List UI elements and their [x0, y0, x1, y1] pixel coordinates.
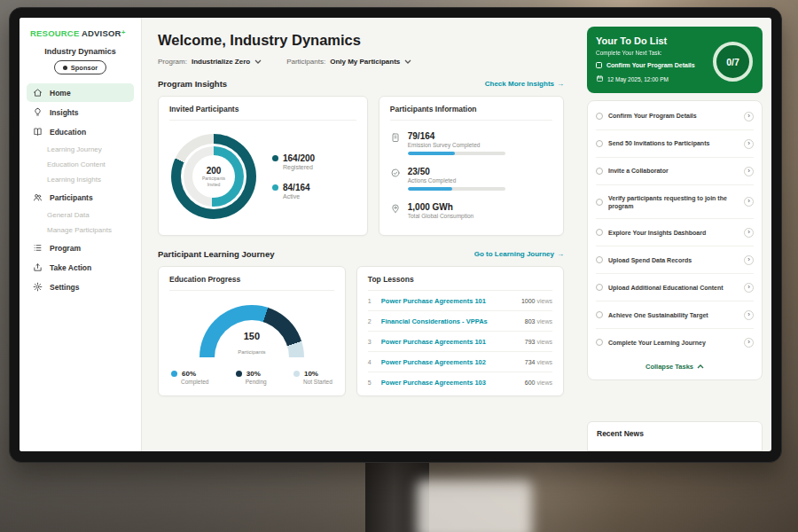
radio-icon[interactable]: [596, 168, 603, 175]
task-row-upload-educational-content[interactable]: Upload Additional Educational Content ›: [596, 274, 754, 301]
sidebar-item-label: Program: [50, 244, 81, 253]
sidebar-subitem-label: Manage Participants: [47, 226, 112, 234]
chevron-up-icon: [697, 363, 704, 371]
lesson-row[interactable]: 3 Power Purchase Agreements 101 793views: [368, 332, 552, 352]
education-legend: 60% Completed 30% Pending 10% Not Starte…: [169, 370, 334, 385]
insights-icon: [33, 107, 43, 117]
settings-gear-icon: [33, 282, 43, 292]
chevron-right-icon[interactable]: ›: [744, 167, 754, 176]
radio-icon[interactable]: [596, 229, 603, 236]
calendar-icon: [596, 74, 604, 83]
radio-icon[interactable]: [596, 339, 603, 346]
section-title: Program Insights: [158, 79, 227, 89]
task-row-send-invitations[interactable]: Send 50 Invitations to Participants ›: [596, 130, 754, 158]
radio-icon[interactable]: [596, 140, 603, 147]
collapse-tasks-link[interactable]: Collapse Tasks: [596, 356, 754, 376]
chevron-right-icon[interactable]: ›: [744, 228, 754, 238]
lesson-name-link[interactable]: Power Purchase Agreements 101: [381, 338, 517, 346]
task-row-verify-participants[interactable]: Verify participants requesting to join t…: [596, 185, 754, 219]
progress-bar: [408, 152, 505, 155]
legend-value: 30%: [246, 370, 261, 378]
sidebar-item-home[interactable]: Home: [27, 83, 134, 102]
sidebar-item-education-content[interactable]: Education Content: [20, 157, 141, 172]
todo-tasks-card: Confirm Your Program Details › Send 50 I…: [587, 100, 763, 380]
lesson-row[interactable]: 1 Power Purchase Agreements 101 1000view…: [368, 291, 552, 311]
lesson-name-link[interactable]: Power Purchase Agreements 102: [381, 358, 517, 366]
progress-bar-fill: [408, 187, 453, 191]
sidebar-item-label: Participants: [50, 193, 93, 202]
screen: RESOURCE ADVISOR+ Industry Dynamics Spon…: [20, 18, 771, 451]
todo-panel: Your To Do List Complete Your Next Task:…: [578, 18, 771, 451]
task-row-upload-spend-data[interactable]: Upload Spend Data Records ›: [596, 246, 754, 274]
lesson-name-link[interactable]: Power Purchase Agreements 101: [381, 297, 513, 305]
todo-header-card: Your To Do List Complete Your Next Task:…: [587, 27, 763, 93]
radio-icon[interactable]: [596, 284, 603, 291]
gauge-center-label: Participants: [238, 349, 265, 355]
card-title: Education Progress: [169, 275, 334, 291]
chevron-right-icon[interactable]: ›: [744, 112, 754, 121]
legend-dot: [171, 371, 177, 377]
sidebar-item-general-data[interactable]: General Data: [20, 207, 141, 223]
sponsor-badge[interactable]: Sponsor: [54, 60, 106, 74]
donut-center-label: Participants Invited: [198, 176, 230, 187]
task-label: Complete Your Learning Journey: [608, 339, 739, 347]
sidebar-item-manage-participants[interactable]: Manage Participants: [20, 223, 141, 238]
task-row-invite-collaborator[interactable]: Invite a Collaborator ›: [596, 158, 754, 185]
lesson-row[interactable]: 4 Power Purchase Agreements 102 734views: [368, 352, 552, 372]
lesson-views-count: 793: [525, 339, 536, 345]
program-filter-value: Industrialize Zero: [192, 58, 250, 66]
sidebar-item-program[interactable]: Program: [27, 239, 134, 257]
lesson-name-link[interactable]: Financial Considerations - VPPAs: [381, 317, 517, 325]
check-more-insights-link[interactable]: Check More Insights →: [485, 80, 564, 88]
lesson-views-label: views: [536, 298, 552, 304]
checkbox-icon[interactable]: [596, 62, 602, 68]
sidebar-item-take-action[interactable]: Take Action: [27, 258, 134, 277]
chevron-right-icon[interactable]: ›: [744, 197, 754, 207]
legend-item-pending: 30% Pending: [236, 370, 267, 385]
sidebar-item-participants[interactable]: Participants: [27, 188, 134, 207]
go-to-learning-journey-link[interactable]: Go to Learning Journey →: [474, 250, 564, 258]
chevron-right-icon[interactable]: ›: [744, 139, 754, 149]
lesson-row[interactable]: 2 Financial Considerations - VPPAs 803vi…: [368, 311, 552, 332]
sidebar-subitem-label: General Data: [47, 211, 90, 219]
radio-icon[interactable]: [596, 199, 603, 206]
lesson-row[interactable]: 5 Power Purchase Agreements 103 600views: [368, 372, 552, 392]
link-label: Check More Insights: [485, 80, 554, 88]
sidebar-item-education[interactable]: Education: [27, 122, 134, 141]
task-row-complete-learning-journey[interactable]: Complete Your Learning Journey ›: [596, 329, 754, 356]
stat-value: 1,000 GWh: [408, 202, 473, 212]
program-icon: [33, 243, 43, 253]
recent-news-header: Recent News: [587, 421, 763, 451]
task-row-achieve-target[interactable]: Achieve One Sustainability Target ›: [596, 301, 754, 329]
program-filter-label: Program:: [158, 58, 187, 66]
arrow-right-icon: →: [557, 80, 564, 88]
lesson-views-count: 803: [525, 318, 536, 325]
legend-label: Registered: [283, 164, 315, 170]
sidebar-item-insights[interactable]: Insights: [27, 103, 134, 121]
legend-value: 60%: [182, 370, 196, 378]
sidebar-item-label: Education: [50, 128, 86, 137]
task-row-explore-insights[interactable]: Explore Your Insights Dashboard ›: [596, 219, 754, 246]
lesson-name-link[interactable]: Power Purchase Agreements 103: [381, 379, 517, 387]
radio-icon[interactable]: [596, 113, 603, 120]
chevron-right-icon[interactable]: ›: [744, 310, 754, 320]
radio-icon[interactable]: [596, 311, 603, 318]
chevron-right-icon[interactable]: ›: [744, 255, 754, 265]
stat-global-consumption: 1,000 GWh Total Global Consumption: [390, 202, 552, 219]
participants-filter-dropdown[interactable]: Participants: Only My Participants: [286, 58, 411, 66]
stat-actions-completed: 23/50 Actions Completed: [390, 167, 552, 191]
sidebar-item-learning-insights[interactable]: Learning Insights: [20, 172, 141, 187]
lesson-rank: 4: [368, 359, 375, 365]
collapse-label: Collapse Tasks: [645, 363, 693, 371]
sidebar-item-settings[interactable]: Settings: [27, 278, 134, 296]
program-filter-dropdown[interactable]: Program: Industrialize Zero: [158, 58, 262, 66]
legend-item-not-started: 10% Not Started: [293, 370, 332, 385]
radio-icon[interactable]: [596, 256, 603, 263]
background-object: [417, 479, 532, 532]
task-row-confirm-program[interactable]: Confirm Your Program Details ›: [596, 103, 754, 130]
chevron-right-icon[interactable]: ›: [744, 338, 754, 348]
monitor-bezel: RESOURCE ADVISOR+ Industry Dynamics Spon…: [9, 7, 782, 463]
todo-next-task[interactable]: Confirm Your Program Details: [596, 62, 713, 68]
sidebar-item-learning-journey[interactable]: Learning Journey: [20, 142, 141, 157]
chevron-right-icon[interactable]: ›: [744, 283, 754, 293]
